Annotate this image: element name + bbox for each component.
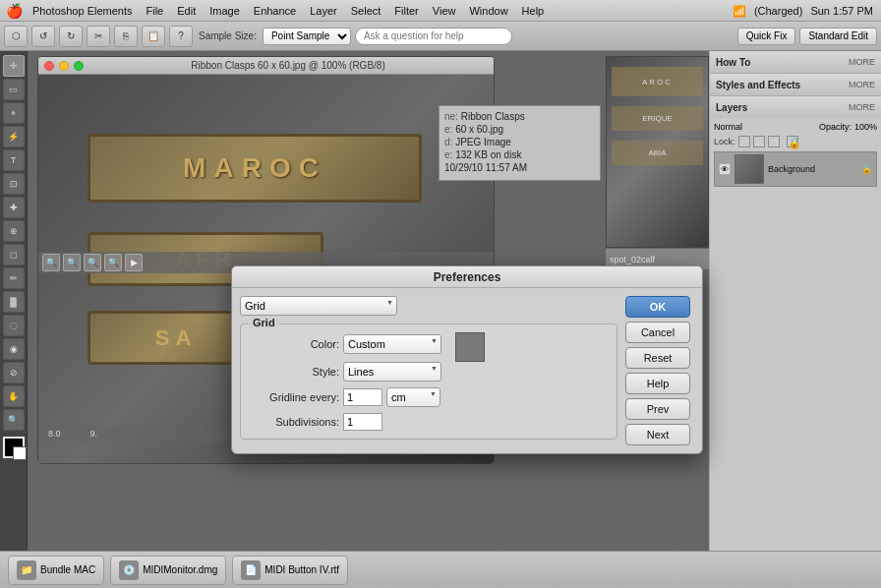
window-minimize-btn[interactable] bbox=[59, 61, 69, 71]
reset-button[interactable]: Reset bbox=[625, 347, 690, 369]
tool-magic[interactable]: ⚡ bbox=[3, 126, 25, 147]
help-search-input[interactable] bbox=[355, 28, 512, 45]
tool-selection[interactable]: ▭ bbox=[3, 79, 25, 100]
lock-image[interactable] bbox=[753, 136, 765, 147]
menu-help[interactable]: Help bbox=[522, 5, 545, 17]
layers-panel-content: Normal Opacity: 100% Lock: 🔒 👁 Backgroun… bbox=[710, 118, 881, 193]
tool-eraser[interactable]: ◻ bbox=[3, 244, 25, 265]
styles-more[interactable]: MORE bbox=[849, 80, 875, 89]
menu-window[interactable]: Window bbox=[469, 5, 507, 17]
lock-all[interactable]: 🔒 bbox=[787, 136, 798, 147]
menu-image[interactable]: Image bbox=[209, 5, 240, 17]
file-info-name: ne: Ribbon Clasps bbox=[444, 111, 595, 122]
strip-btn-1[interactable]: 🔍 bbox=[42, 254, 60, 271]
layer-eye-icon[interactable]: 👁 bbox=[719, 163, 731, 175]
subdivisions-field-row: Subdivisions: bbox=[251, 413, 607, 431]
tool-eyedropper[interactable]: ⊘ bbox=[3, 362, 25, 383]
tool-type[interactable]: T bbox=[3, 149, 25, 171]
tool-btn-1[interactable]: ⬡ bbox=[4, 26, 28, 47]
lock-transparency[interactable] bbox=[738, 136, 750, 147]
taskbar: 📁 Bundle MAC 💿 MIDIMonitor.dmg 📄 MIDI Bu… bbox=[0, 551, 881, 588]
layer-background[interactable]: 👁 Background 🔒 bbox=[714, 151, 877, 187]
taskbar-bundle-label: Bundle MAC bbox=[40, 564, 95, 575]
tool-btn-4[interactable]: ✂ bbox=[87, 26, 110, 47]
tool-brush[interactable]: ✏ bbox=[3, 267, 25, 289]
tool-lasso[interactable]: ⌖ bbox=[3, 102, 25, 124]
preferences-category-row: Grid bbox=[240, 296, 617, 316]
preferences-category-select[interactable]: Grid bbox=[240, 296, 397, 316]
style-select-wrapper: Lines bbox=[343, 362, 441, 382]
layers-more[interactable]: MORE bbox=[849, 102, 875, 112]
tool-btn-3[interactable]: ↻ bbox=[59, 26, 83, 47]
tools-panel: ✛ ▭ ⌖ ⚡ T ⊡ ✚ ⊕ ◻ ✏ ▓ ◌ ◉ ⊘ ✋ 🔍 bbox=[0, 51, 28, 560]
window-maximize-btn[interactable] bbox=[74, 61, 84, 71]
tool-btn-7[interactable]: ? bbox=[169, 26, 193, 47]
menu-photoshop[interactable]: Photoshop Elements bbox=[32, 5, 133, 17]
dialog-body: Grid Grid Color: Custom bbox=[232, 288, 702, 453]
how-to-header[interactable]: How To MORE bbox=[710, 51, 881, 73]
menu-filter[interactable]: Filter bbox=[394, 5, 418, 17]
color-row: Color: Custom bbox=[251, 332, 607, 362]
how-to-more[interactable]: MORE bbox=[849, 57, 875, 67]
tool-btn-6[interactable]: 📋 bbox=[142, 26, 165, 47]
help-button[interactable]: Help bbox=[625, 373, 690, 394]
taskbar-item-bundle[interactable]: 📁 Bundle MAC bbox=[8, 556, 104, 585]
gridline-field-row: Gridline every: cm bbox=[251, 387, 607, 407]
color-select[interactable]: Custom bbox=[343, 334, 441, 354]
subdivisions-input[interactable] bbox=[343, 413, 382, 431]
quick-fix-button[interactable]: Quick Fix bbox=[737, 28, 796, 45]
tool-crop[interactable]: ⊡ bbox=[3, 173, 25, 195]
tool-sponge[interactable]: ◉ bbox=[3, 338, 25, 360]
gridline-unit-select[interactable]: cm bbox=[386, 387, 440, 407]
tool-hand[interactable]: ✋ bbox=[3, 385, 25, 407]
menu-select[interactable]: Select bbox=[351, 5, 382, 17]
ok-button[interactable]: OK bbox=[625, 296, 690, 318]
subdivisions-label: Subdivisions: bbox=[251, 416, 339, 428]
styles-header[interactable]: Styles and Effects MORE bbox=[710, 74, 881, 95]
dialog-titlebar: Preferences bbox=[232, 266, 702, 288]
next-button[interactable]: Next bbox=[625, 424, 690, 445]
tool-heal[interactable]: ✚ bbox=[3, 197, 25, 218]
taskbar-item-midi-button[interactable]: 📄 MIDI Button IV.rtf bbox=[232, 556, 348, 585]
spot-label: spot_02calf bbox=[610, 255, 655, 265]
menu-layer[interactable]: Layer bbox=[310, 5, 337, 17]
menu-file[interactable]: File bbox=[147, 5, 164, 17]
window-close-btn[interactable] bbox=[44, 61, 54, 71]
tool-btn-5[interactable]: ⎘ bbox=[114, 26, 138, 47]
gridline-unit-wrapper: cm bbox=[386, 387, 440, 407]
how-to-section: How To MORE bbox=[710, 51, 881, 74]
strip-btn-4[interactable]: 🔍 bbox=[104, 254, 122, 271]
menubar: 🍎 Photoshop Elements File Edit Image Enh… bbox=[0, 0, 881, 22]
thumb-label-1: AROC bbox=[612, 67, 703, 96]
strip-btn-2[interactable]: 🔍 bbox=[63, 254, 81, 271]
tool-move[interactable]: ✛ bbox=[3, 55, 25, 77]
standard-edit-button[interactable]: Standard Edit bbox=[799, 28, 877, 45]
menu-view[interactable]: View bbox=[433, 5, 456, 17]
taskbar-item-midi-monitor[interactable]: 💿 MIDIMonitor.dmg bbox=[110, 556, 226, 585]
clock: Sun 1:57 PM bbox=[810, 5, 873, 17]
strip-btn-5[interactable]: ▶ bbox=[125, 254, 143, 271]
cancel-button[interactable]: Cancel bbox=[625, 322, 690, 343]
tool-clone[interactable]: ⊕ bbox=[3, 220, 25, 242]
ruler-mark-1: 8.0 bbox=[48, 429, 61, 439]
prev-button[interactable]: Prev bbox=[625, 398, 690, 420]
maroc-plate: MAROC bbox=[88, 134, 422, 203]
gridline-input[interactable] bbox=[343, 388, 382, 406]
menu-edit[interactable]: Edit bbox=[177, 5, 196, 17]
lock-position[interactable] bbox=[768, 136, 780, 147]
color-label: Color: bbox=[251, 338, 339, 350]
sample-size-select[interactable]: Point Sample bbox=[263, 28, 351, 45]
layers-header[interactable]: Layers MORE bbox=[710, 96, 881, 118]
color-swatches[interactable] bbox=[3, 437, 25, 458]
strip-btn-3[interactable]: 🔍 bbox=[84, 254, 101, 271]
menu-enhance[interactable]: Enhance bbox=[254, 5, 296, 17]
tool-blur[interactable]: ◌ bbox=[3, 315, 25, 336]
tool-zoom[interactable]: 🔍 bbox=[3, 409, 25, 431]
gridline-label: Gridline every: bbox=[251, 391, 339, 403]
style-select[interactable]: Lines bbox=[343, 362, 441, 382]
tool-btn-2[interactable]: ↺ bbox=[31, 26, 55, 47]
toolbar: ⬡ ↺ ↻ ✂ ⎘ 📋 ? Sample Size: Point Sample … bbox=[0, 22, 881, 51]
tool-gradient[interactable]: ▓ bbox=[3, 291, 25, 313]
apple-menu[interactable]: 🍎 bbox=[6, 3, 23, 19]
color-swatch[interactable] bbox=[455, 332, 485, 362]
